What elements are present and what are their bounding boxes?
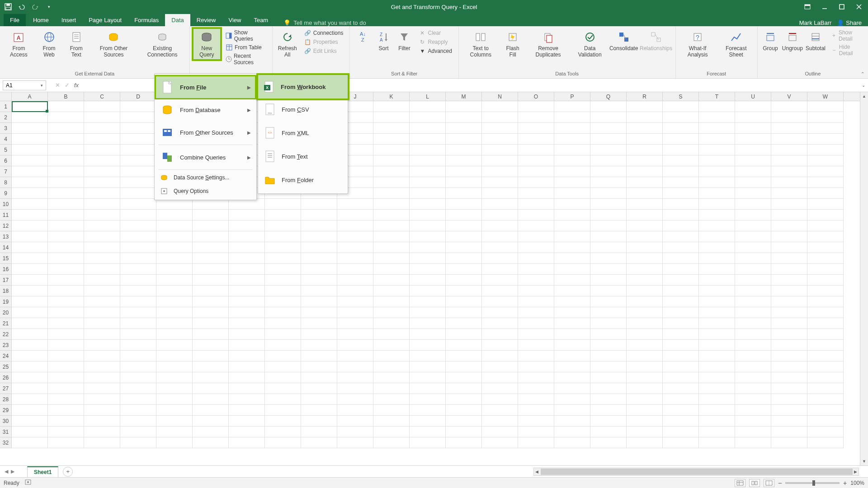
cell[interactable] [337,351,373,361]
cell[interactable] [446,155,482,166]
cell[interactable] [482,134,518,145]
cell[interactable] [554,134,590,145]
menu-from-xml[interactable]: <> From XML [259,121,347,145]
cell[interactable] [229,231,265,242]
cell[interactable] [337,296,373,307]
enter-formula-icon[interactable]: ✓ [65,82,70,89]
cell[interactable] [265,210,301,221]
cell[interactable] [627,123,663,134]
cell[interactable] [410,275,446,286]
cell[interactable] [84,340,120,351]
cell[interactable] [337,231,373,242]
cell[interactable] [193,242,229,253]
cell[interactable] [627,286,663,296]
cell[interactable] [518,155,554,166]
row-header[interactable]: 17 [0,275,12,286]
cell[interactable] [518,101,554,112]
cell[interactable] [156,383,193,394]
cell[interactable] [84,372,120,383]
cell[interactable] [193,264,229,275]
cell[interactable] [301,351,337,361]
cell[interactable] [84,286,120,296]
cell[interactable] [410,361,446,372]
cell[interactable] [337,253,373,264]
cell[interactable] [554,329,590,340]
cell[interactable] [807,361,844,372]
cell[interactable] [120,296,156,307]
cell[interactable] [807,264,844,275]
cell[interactable] [120,329,156,340]
cell[interactable] [771,275,807,286]
cell[interactable] [807,123,844,134]
cell[interactable] [120,177,156,188]
cell[interactable] [229,351,265,361]
cell[interactable] [410,427,446,437]
cell[interactable] [48,372,84,383]
cell[interactable] [807,177,844,188]
cell[interactable] [518,253,554,264]
cell[interactable] [84,437,120,448]
cell[interactable] [663,351,699,361]
cell[interactable] [229,307,265,318]
menu-from-file[interactable]: From File ▶ [156,76,255,99]
cell[interactable] [373,231,410,242]
chevron-down-icon[interactable]: ▾ [41,83,43,88]
existing-connections-button[interactable]: Existing Connections [138,28,187,60]
cell[interactable] [337,199,373,210]
cell[interactable] [229,340,265,351]
column-header[interactable]: K [373,92,410,101]
cell[interactable] [446,394,482,405]
group-button[interactable]: Group [760,28,780,53]
cell[interactable] [554,177,590,188]
cell[interactable] [410,123,446,134]
cell[interactable] [446,231,482,242]
cell[interactable] [482,210,518,221]
cell[interactable] [771,210,807,221]
undo-icon[interactable] [17,2,26,11]
row-header[interactable]: 23 [0,340,12,351]
cell[interactable] [735,101,771,112]
cell[interactable] [771,340,807,351]
cell[interactable] [663,286,699,296]
cell[interactable] [446,307,482,318]
cell[interactable] [48,351,84,361]
cell[interactable] [735,242,771,253]
cell[interactable] [699,231,735,242]
cell[interactable] [518,210,554,221]
cell[interactable] [771,372,807,383]
cell[interactable] [120,101,156,112]
cell[interactable] [373,351,410,361]
cell[interactable] [482,155,518,166]
cell[interactable] [518,383,554,394]
cell[interactable] [373,155,410,166]
cell[interactable] [265,437,301,448]
cell[interactable] [663,405,699,416]
cell[interactable] [627,351,663,361]
cell[interactable] [373,427,410,437]
column-header[interactable]: P [554,92,590,101]
cell[interactable] [771,296,807,307]
tab-review[interactable]: Review [190,14,222,26]
cell[interactable] [446,134,482,145]
cell[interactable] [518,123,554,134]
cell[interactable] [12,307,48,318]
cell[interactable] [590,318,627,329]
cell[interactable] [410,394,446,405]
cell[interactable] [663,210,699,221]
cell[interactable] [373,437,410,448]
row-header[interactable]: 13 [0,231,12,242]
cell[interactable] [337,329,373,340]
cell[interactable] [627,242,663,253]
close-icon[interactable] [854,2,863,11]
cell[interactable] [120,437,156,448]
cell[interactable] [373,177,410,188]
cell[interactable] [590,242,627,253]
cell[interactable] [699,242,735,253]
cell[interactable] [12,351,48,361]
cell[interactable] [84,253,120,264]
consolidate-button[interactable]: Consolidate [609,28,639,53]
redo-icon[interactable] [31,2,40,11]
menu-from-csv[interactable]: csv From CSV [259,98,347,121]
cell[interactable] [301,275,337,286]
row-header[interactable]: 7 [0,166,12,177]
